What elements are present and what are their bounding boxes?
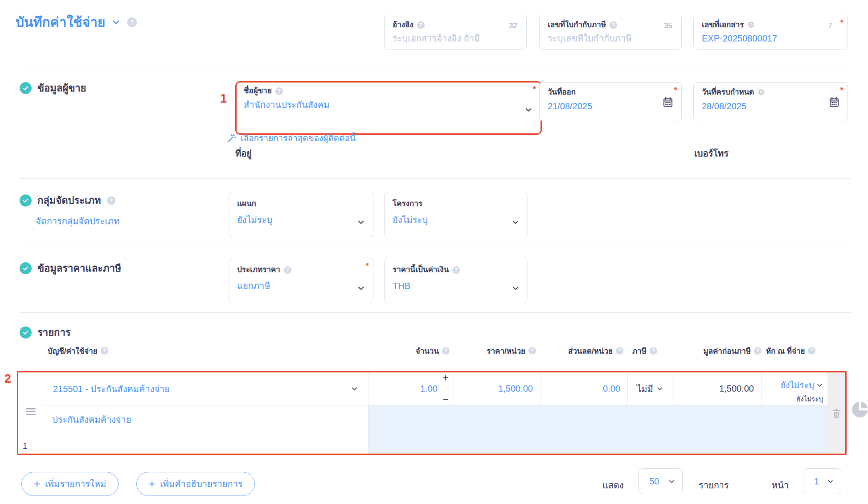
unit-price-header-help-icon[interactable]: ? [528,347,536,355]
recent-items-link[interactable]: เลือกรายการล่าสุดของผู้ติดต่อนี้ [227,131,356,145]
classification-section-header: กลุ่มจัดประเภท ? [20,193,115,208]
reference-field[interactable]: อ้างอิง ? 32 [384,15,527,50]
page-number-chevron-down-icon [827,478,834,485]
withholding-chevron-down-icon[interactable] [816,382,823,388]
quantity-increase-button[interactable]: + [442,373,448,383]
withholding-header-help-icon[interactable]: ? [808,347,815,355]
pie-chart-icon [850,400,868,419]
manage-classification-link[interactable]: จัดการกลุ่มจัดประเภท [36,214,119,228]
reference-input[interactable] [393,33,518,44]
withholding-value: ยังไม่ระบุ [781,378,814,392]
pre-tax-amount-value: 1,500.00 [719,384,754,394]
page-size-select[interactable]: 50 [638,468,683,494]
tax-invoice-help-icon[interactable]: ? [610,21,617,29]
reference-help-icon[interactable]: ? [417,21,425,29]
withholding-column-header: หัก ณ ที่จ่าย ? [762,345,827,357]
due-date-calendar-icon[interactable] [829,97,839,107]
pricing-check-icon [20,262,32,274]
department-label: แผนก [237,199,256,208]
title-help-icon[interactable]: ? [127,17,137,27]
chart-widget-button[interactable] [850,400,868,419]
document-number-gear-icon[interactable]: ⚙ [747,21,754,29]
tax-invoice-number-label: เลขที่ใบกำกับภาษี [548,21,606,29]
pricing-section-title: ข้อมูลราคาและภาษี [37,260,121,276]
quantity-decrease-button[interactable]: − [442,394,448,405]
show-label: แสดง [602,478,624,492]
due-date-field[interactable]: วันที่ครบกำหนด ⚙ * 28/08/2025 [693,82,848,121]
seller-name-field[interactable]: ชื่อผู้ขาย ? * สำนักงานประกันสังคม [235,81,542,135]
classification-check-icon [20,194,32,207]
add-item-plus-icon: + [34,479,40,489]
page-number-value: 1 [814,476,819,487]
page-size-value: 50 [649,476,659,487]
currency-select[interactable]: ราคานี้เป็นค่าเงิน ? THB [384,258,528,303]
title-chevron-down-icon[interactable] [111,17,121,27]
price-type-chevron-down-icon[interactable] [357,284,365,292]
withholding-select-cell[interactable]: ยังไม่ระบุ ยังไม่ระบุ [762,372,827,405]
tax-header-help-icon[interactable]: ? [650,347,657,355]
account-column-header: บัญชี/ค่าใช้จ่าย ? [43,345,368,357]
currency-help-icon[interactable]: ? [452,266,460,274]
quantity-value[interactable]: 1.00 [420,384,438,394]
drag-handle-icon[interactable] [26,408,36,415]
due-date-required-asterisk: * [840,85,843,95]
document-number-label: เลขที่เอกสาร [702,21,744,29]
withholding-sub-value: ยังไม่ระบุ [797,394,823,405]
items-table-header-row: บัญชี/ค่าใช้จ่าย ? จำนวน ? ราคา/หน่วย ? … [18,343,845,358]
annotation-step-2: 2 [4,372,11,386]
document-number-field[interactable]: เลขที่เอกสาร ⚙ 7 * [693,15,848,50]
items-per-page-label: รายการ [699,478,729,492]
due-date-gear-icon[interactable]: ⚙ [757,88,765,96]
tax-select-cell[interactable]: ไม่มี [628,372,672,405]
department-chevron-down-icon[interactable] [357,218,365,226]
pricing-section-header: ข้อมูลราคาและภาษี [20,260,121,276]
tax-invoice-number-field[interactable]: เลขที่ใบกำกับภาษี ? 35 [539,15,682,50]
quantity-header-help-icon[interactable]: ? [442,347,450,355]
page-title-row: บันทึกค่าใช้จ่าย ? [16,12,137,33]
department-select[interactable]: แผนก ยังไม่ระบุ [229,192,373,237]
page-title[interactable]: บันทึกค่าใช้จ่าย [16,12,105,33]
due-date-value: 28/08/2025 [702,101,839,112]
tax-chevron-down-icon[interactable] [656,385,663,392]
account-select-cell[interactable]: 215501 - ประกันสังคมค้างจ่าย [43,372,368,405]
discount-header-help-icon[interactable]: ? [616,347,623,355]
add-item-label: เพิ่มรายการใหม่ [45,477,106,491]
seller-check-icon [20,82,32,94]
delete-row-cell[interactable] [827,372,845,454]
seller-name-chevron-down-icon[interactable] [524,106,532,114]
issue-date-calendar-icon[interactable] [663,97,673,107]
add-description-label: เพิ่มคำอธิบายรายการ [160,477,242,491]
add-item-button[interactable]: + เพิ่มรายการใหม่ [21,472,119,496]
tax-value: ไม่มี [637,382,653,396]
add-description-button[interactable]: + เพิ่มคำอธิบายรายการ [136,472,255,496]
tax-invoice-number-input[interactable] [548,33,673,44]
price-type-help-icon[interactable]: ? [284,266,291,274]
unit-price-cell[interactable]: 1,500.00 [454,372,540,405]
document-number-input[interactable] [702,33,839,44]
discount-cell[interactable]: 0.00 [540,372,628,405]
header-divider [20,67,851,67]
seller-name-help-icon[interactable]: ? [275,87,283,95]
trash-icon[interactable] [831,408,842,419]
project-chevron-down-icon[interactable] [512,218,520,226]
issue-date-field[interactable]: วันที่ออก * 21/08/2025 [539,82,682,121]
document-number-count: 7 [828,21,832,30]
price-type-select[interactable]: ประเภทราคา ? * แยกภาษี [229,258,373,303]
quantity-cell[interactable]: 1.00 + − [368,372,454,405]
page-number-select[interactable]: 1 [803,468,841,494]
add-description-plus-icon: + [149,479,155,489]
currency-value: THB [393,281,520,292]
pre-tax-header-help-icon[interactable]: ? [754,347,762,355]
department-value: ยังไม่ระบุ [237,215,365,226]
currency-label: ราคานี้เป็นค่าเงิน [393,265,449,274]
account-chevron-down-icon[interactable] [351,385,358,392]
issue-date-label: วันที่ออก [548,88,576,97]
document-number-required-asterisk: * [840,18,843,28]
account-header-help-icon[interactable]: ? [101,347,108,355]
pre-tax-amount-cell: 1,500.00 [672,372,762,405]
description-cell[interactable]: ประกันสังคมค้างจ่าย [43,405,368,454]
project-select[interactable]: โครงการ ยังไม่ระบุ [384,192,528,237]
currency-chevron-down-icon[interactable] [512,284,520,292]
items-section-header: รายการ [20,325,71,340]
classification-help-icon[interactable]: ? [107,196,115,205]
